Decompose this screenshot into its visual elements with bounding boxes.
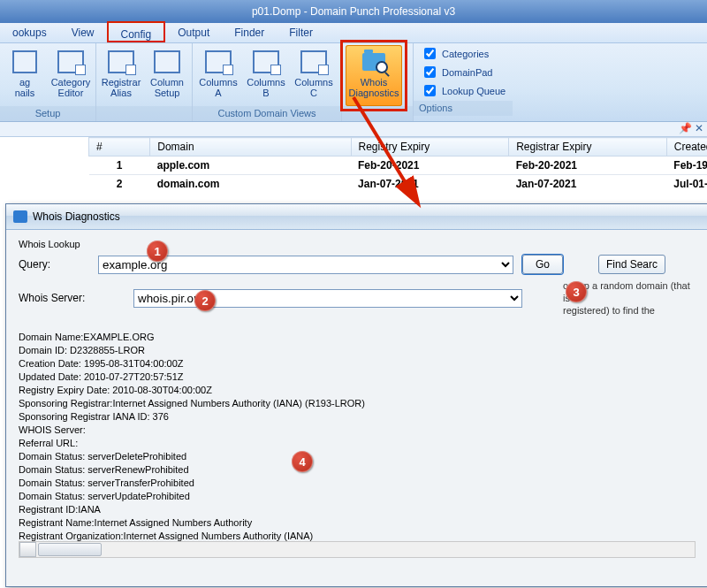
cell-created: Feb-19-1987	[666, 157, 707, 175]
cell-index: 1	[89, 157, 150, 175]
menu-output[interactable]: Output	[165, 23, 222, 42]
ribbon-group-views: Custom Domain Views	[193, 106, 341, 121]
query-label: Query:	[19, 258, 89, 271]
window-title: p01.Domp - Domain Punch Professional v3	[252, 5, 455, 18]
table-icon	[205, 49, 232, 75]
window-titlebar: p01.Domp - Domain Punch Professional v3	[0, 0, 707, 23]
ribbon: ag nails Category Editor Setup Registrar…	[0, 43, 707, 122]
columns-icon	[154, 49, 180, 75]
whois-icon	[361, 49, 387, 75]
cell-registrar-expiry: Feb-20-2021	[509, 157, 667, 175]
callout-3: 3	[566, 281, 587, 302]
categories-checkbox-label: Categories	[442, 49, 489, 59]
dialog-title: Whois Diagnostics	[33, 210, 120, 223]
registrar-alias-button[interactable]: Registrar Alias	[100, 45, 142, 106]
dialog-titlebar[interactable]: Whois Diagnostics	[6, 204, 707, 230]
horizontal-scrollbar[interactable]	[19, 541, 696, 558]
columns-a-button[interactable]: Columns A	[196, 45, 240, 106]
col-registry-expiry[interactable]: Registry Expiry	[351, 138, 509, 157]
whois-server-input[interactable]: whois.pir.org	[133, 289, 522, 308]
cell-registrar-expiry: Jan-07-2021	[509, 175, 667, 191]
menu-lookups[interactable]: ookups	[0, 23, 59, 42]
domainpad-checkbox[interactable]: DomainPad	[421, 64, 506, 80]
cell-reg-expiry: Jan-07-2021	[351, 175, 509, 191]
columns-c-button[interactable]: Columns C	[292, 45, 336, 106]
column-setup-button[interactable]: Column Setup	[146, 45, 188, 106]
whois-diagnostics-button[interactable]: Whois Diagnostics	[346, 45, 402, 106]
grid-icon	[108, 49, 134, 75]
whois-output: Domain Name:EXAMPLE.ORG Domain ID: D2328…	[19, 331, 696, 541]
cell-domain: apple.com	[150, 157, 351, 175]
callout-1: 1	[147, 241, 168, 262]
domainpad-checkbox-input[interactable]	[424, 66, 436, 78]
whois-lookup-section-label: Whois Lookup	[19, 239, 696, 249]
table-icon	[253, 49, 279, 75]
whois-server-label: Whois Server:	[19, 292, 89, 304]
ribbon-group-blank1	[96, 106, 192, 121]
menu-config[interactable]: Config	[107, 21, 166, 42]
col-index[interactable]: #	[89, 138, 150, 157]
table-row[interactable]: 1 apple.com Feb-20-2021 Feb-20-2021 Feb-…	[89, 157, 708, 175]
callout-4: 4	[292, 451, 313, 472]
menu-view[interactable]: View	[59, 23, 107, 42]
menu-bar: ookups View Config Output Finder Filter	[0, 23, 707, 43]
find-search-button[interactable]: Find Searc	[598, 255, 665, 274]
domain-grid: # Domain Registry Expiry Registrar Expir…	[88, 137, 707, 190]
column-setup-label: Column Setup	[150, 77, 184, 98]
lookup-queue-checkbox-input[interactable]	[424, 85, 436, 96]
col-domain[interactable]: Domain	[150, 138, 351, 157]
whois-diagnostics-dialog: Whois Diagnostics Whois Lookup Query: ex…	[5, 203, 707, 587]
lookup-queue-checkbox[interactable]: Lookup Queue	[421, 82, 506, 99]
columns-a-label: Columns A	[199, 77, 237, 98]
cell-domain: domain.com	[150, 175, 351, 191]
go-button[interactable]: Go	[522, 255, 563, 274]
col-created[interactable]: Created On	[666, 138, 707, 157]
col-registrar-expiry[interactable]: Registrar Expiry	[509, 138, 667, 157]
ribbon-group-options: Options	[414, 101, 513, 116]
lookup-queue-checkbox-label: Lookup Queue	[442, 86, 506, 96]
callout-2: 2	[194, 290, 216, 311]
cell-index: 2	[89, 175, 150, 191]
cell-created: Jul-01-1994	[666, 175, 707, 191]
panel-pin-row: 📌 ✕	[0, 122, 707, 137]
table-row[interactable]: 2 domain.com Jan-07-2021 Jan-07-2021 Jul…	[89, 175, 708, 191]
columns-b-label: Columns B	[247, 77, 285, 98]
tag-emails-label: ag nails	[15, 77, 35, 98]
columns-c-label: Columns C	[294, 77, 332, 98]
categories-checkbox[interactable]: Categories	[421, 45, 506, 62]
whois-diagnostics-label: Whois Diagnostics	[349, 77, 399, 98]
ribbon-group-setup: Setup	[0, 106, 95, 121]
cell-reg-expiry: Feb-20-2021	[351, 157, 509, 175]
scroll-thumb[interactable]	[38, 543, 102, 556]
domainpad-checkbox-label: DomainPad	[442, 67, 492, 78]
tag-emails-button[interactable]: ag nails	[4, 45, 46, 106]
menu-finder[interactable]: Finder	[222, 23, 277, 42]
scroll-left-button[interactable]	[19, 542, 36, 557]
columns-b-button[interactable]: Columns B	[244, 45, 288, 106]
registrar-alias-label: Registrar Alias	[102, 77, 141, 98]
app-icon	[13, 210, 27, 223]
category-editor-button[interactable]: Category Editor	[49, 45, 92, 106]
menu-filter[interactable]: Filter	[277, 23, 325, 42]
tag-icon	[11, 49, 38, 75]
category-editor-label: Category Editor	[51, 77, 91, 98]
ribbon-group-blank2	[342, 106, 413, 121]
table-icon	[300, 49, 327, 75]
category-icon	[57, 49, 84, 75]
categories-checkbox-input[interactable]	[424, 48, 436, 59]
pin-icon[interactable]: 📌 ✕	[679, 122, 703, 134]
